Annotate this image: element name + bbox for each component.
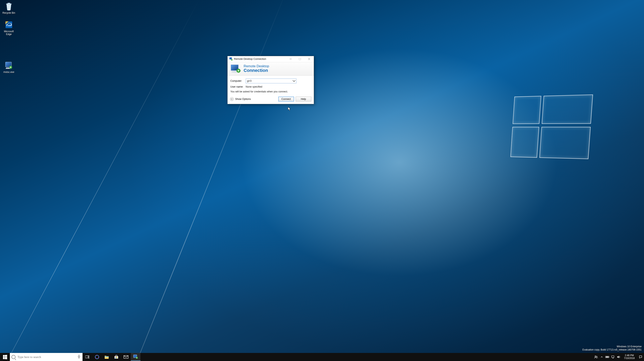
watermark-line2: Evaluation copy. Build 17713.rs5_release…	[582, 348, 642, 351]
banner-title-line2: Connection	[244, 68, 269, 73]
taskbar-app-microsoft-store[interactable]	[112, 353, 121, 361]
task-view-button[interactable]	[82, 353, 92, 361]
show-options-label: Show Options	[235, 98, 251, 101]
svg-rect-9	[299, 58, 301, 60]
tray-overflow-chevron-icon[interactable]	[599, 356, 604, 358]
help-button[interactable]: Help	[296, 97, 311, 102]
tray-battery-icon[interactable]	[604, 356, 610, 358]
svg-text:BETA: BETA	[6, 22, 11, 24]
wallpaper-windows-logo	[510, 94, 592, 159]
remote-desktop-icon	[4, 61, 13, 70]
svg-rect-24	[116, 357, 117, 357]
svg-rect-18	[88, 355, 89, 356]
svg-rect-22	[105, 356, 109, 357]
computer-combobox[interactable]	[246, 79, 296, 83]
chevron-down-icon	[230, 97, 234, 101]
desktop-icon-recycle-bin[interactable]: Recycle Bin	[1, 1, 17, 15]
light-beam	[72, 0, 289, 361]
show-options-toggle[interactable]: Show Options	[230, 97, 251, 101]
recycle-bin-icon	[4, 2, 13, 11]
svg-rect-27	[124, 355, 128, 358]
svg-rect-19	[88, 357, 89, 358]
remote-desktop-window: Remote Desktop Connection Remote Desktop…	[228, 56, 314, 104]
tray-people-icon[interactable]	[593, 355, 599, 358]
svg-rect-17	[85, 356, 88, 358]
windows-logo-icon	[3, 355, 7, 359]
edge-icon: BETA	[4, 20, 13, 29]
desktop-icon-label: mstsc.exe	[1, 71, 17, 74]
svg-rect-25	[115, 357, 116, 358]
mouse-cursor-icon	[288, 107, 291, 112]
tray-clock[interactable]: 2:48 PM 7/10/2018	[622, 353, 637, 360]
chevron-down-icon[interactable]	[292, 79, 296, 83]
taskbar-search[interactable]: Type here to search	[10, 353, 82, 361]
svg-rect-35	[612, 356, 614, 357]
start-button[interactable]	[0, 353, 10, 361]
taskbar-app-cortana[interactable]	[92, 353, 102, 361]
desktop-icon-label: Microsoft Edge	[1, 30, 17, 36]
svg-rect-34	[606, 356, 608, 357]
banner-title-line1: Remote Desktop	[244, 65, 269, 68]
svg-rect-23	[115, 357, 116, 357]
minimize-button[interactable]	[286, 56, 295, 62]
svg-rect-16	[78, 355, 80, 357]
taskbar-app-file-explorer[interactable]	[102, 353, 112, 361]
maximize-button	[295, 56, 304, 62]
titlebar[interactable]: Remote Desktop Connection	[228, 56, 314, 62]
taskbar: Type here to search 2:48 PM 7/10/2018	[0, 353, 644, 361]
system-tray: 2:48 PM 7/10/2018	[593, 353, 644, 361]
credentials-hint: You will be asked for credentials when y…	[230, 90, 311, 93]
computer-input[interactable]	[246, 79, 296, 83]
taskbar-app-mail[interactable]	[121, 353, 131, 361]
search-placeholder: Type here to search	[18, 355, 76, 359]
tray-network-icon[interactable]	[610, 355, 616, 358]
desktop-watermark: Windows 10 Enterprise Evaluation copy. B…	[582, 345, 642, 351]
username-value: None specified	[246, 85, 262, 88]
tray-action-center-icon[interactable]	[637, 355, 644, 358]
remote-desktop-icon	[229, 57, 233, 61]
svg-point-30	[595, 356, 596, 357]
tray-time: 2:48 PM	[622, 354, 636, 357]
taskbar-app-remote-desktop[interactable]	[131, 353, 140, 361]
search-icon	[12, 355, 16, 359]
light-beam	[0, 0, 200, 361]
watermark-line1: Windows 10 Enterprise	[582, 345, 642, 348]
desktop-icon-microsoft-edge[interactable]: BETA Microsoft Edge	[1, 20, 17, 37]
remote-desktop-icon	[230, 64, 241, 73]
window-title: Remote Desktop Connection	[234, 58, 266, 60]
tray-date: 7/10/2018	[622, 357, 636, 360]
computer-label: Computer:	[230, 80, 246, 82]
microphone-icon[interactable]	[78, 355, 80, 359]
close-button[interactable]	[304, 56, 314, 62]
window-banner: Remote Desktop Connection	[228, 62, 314, 76]
connect-button[interactable]: Connect	[278, 97, 294, 102]
svg-rect-26	[116, 357, 117, 358]
svg-rect-33	[609, 356, 609, 357]
svg-point-31	[596, 356, 597, 357]
desktop-icon-mstsc[interactable]: mstsc.exe	[1, 60, 17, 74]
username-label: User name:	[230, 85, 246, 88]
tray-volume-icon[interactable]	[616, 355, 622, 358]
desktop-icon-label: Recycle Bin	[1, 12, 17, 14]
